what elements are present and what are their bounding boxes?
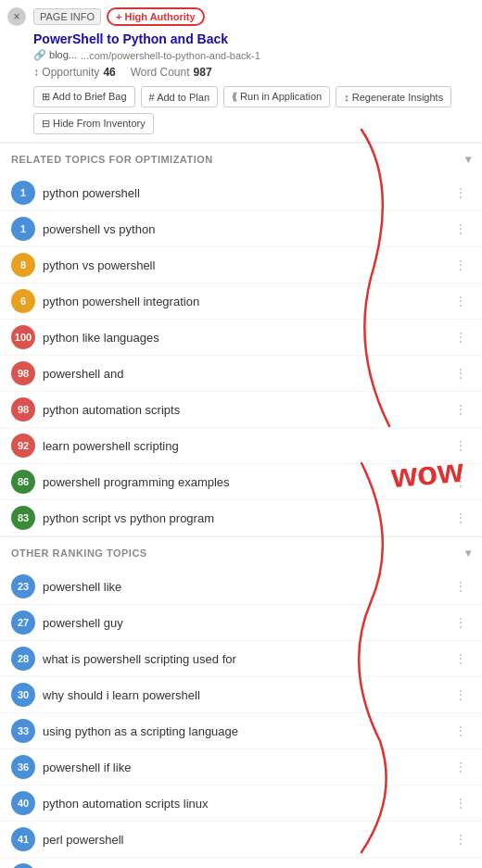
hide-row: ⊟ Hide From Inventory xyxy=(33,113,471,134)
score-badge: 40 xyxy=(11,791,35,815)
topic-menu-icon[interactable]: ⋮ xyxy=(450,183,471,202)
topic-menu-icon[interactable]: ⋮ xyxy=(450,436,471,455)
list-item: 98powershell and⋮ xyxy=(0,356,482,392)
topic-text: powershell programming examples xyxy=(43,475,443,489)
page-header: PAGE INFO + High Authority PowerShell to… xyxy=(0,0,482,143)
topic-text: python like languages xyxy=(43,331,443,345)
topic-text: python powershell xyxy=(43,186,443,200)
related-topics-label: RELATED TOPICS FOR OPTIMIZATION xyxy=(11,154,213,165)
score-badge: 27 xyxy=(11,610,35,635)
topic-menu-icon[interactable]: ⋮ xyxy=(450,256,471,274)
topic-text: python automation scripts linux xyxy=(43,797,443,811)
score-badge: 98 xyxy=(11,397,35,421)
word-count-value: 987 xyxy=(194,66,212,79)
list-item: 86powershell programming examples⋮ xyxy=(0,464,482,500)
topic-text: powershell if like xyxy=(43,761,443,774)
score-badge: 33 xyxy=(11,719,35,743)
word-count-label: Word Count xyxy=(131,66,190,79)
hide-inventory-button[interactable]: ⊟ Hide From Inventory xyxy=(33,113,154,134)
url-path: ...com/powershell-to-python-and-back-1 xyxy=(81,50,260,61)
related-topics-header: RELATED TOPICS FOR OPTIMIZATION ▾ xyxy=(0,143,482,175)
run-application-button[interactable]: ⟪ Run in Application xyxy=(223,86,330,107)
list-item: 33using python as a scripting language⋮ xyxy=(0,713,482,749)
topic-menu-icon[interactable]: ⋮ xyxy=(450,613,471,632)
page-title: PowerShell to Python and Back xyxy=(33,31,471,46)
score-badge: 6 xyxy=(11,289,35,313)
topic-text: python vs powershell xyxy=(43,258,443,272)
topic-menu-icon[interactable]: ⋮ xyxy=(450,649,471,668)
list-item: 1python powershell⋮ xyxy=(0,175,482,211)
topic-menu-icon[interactable]: ⋮ xyxy=(450,292,471,310)
add-brief-button[interactable]: ⊞ Add to Brief Bag xyxy=(33,86,135,107)
topic-text: powershell vs python xyxy=(43,222,443,236)
topic-menu-icon[interactable]: ⋮ xyxy=(450,794,471,812)
other-ranking-label: OTHER RANKING TOPICS xyxy=(11,547,147,559)
score-badge: 92 xyxy=(11,434,35,458)
related-topics-chevron[interactable]: ▾ xyxy=(465,153,472,166)
list-item: 92learn powershell scripting⋮ xyxy=(0,428,482,464)
topic-menu-icon[interactable]: ⋮ xyxy=(450,830,471,849)
score-badge: 100 xyxy=(11,325,35,349)
topic-menu-icon[interactable]: ⋮ xyxy=(450,472,471,491)
close-button[interactable]: × xyxy=(7,7,26,26)
topic-text: perl powershell xyxy=(43,833,443,847)
topic-menu-icon[interactable]: ⋮ xyxy=(450,686,471,704)
topic-text: learn powershell scripting xyxy=(43,439,443,453)
actions-row: ⊞ Add to Brief Bag # Add to Plan ⟪ Run i… xyxy=(33,86,471,107)
list-item: 28what is powershell scripting used for⋮ xyxy=(0,641,482,677)
topic-menu-icon[interactable]: ⋮ xyxy=(450,722,471,740)
url-label: 🔗 blog... xyxy=(33,49,77,61)
topic-menu-icon[interactable]: ⋮ xyxy=(450,400,471,419)
topic-menu-icon[interactable]: ⋮ xyxy=(450,364,471,383)
score-badge: 1 xyxy=(11,181,35,205)
topic-menu-icon[interactable]: ⋮ xyxy=(450,220,471,238)
list-item: 47learn to write powershell scripts⋮ xyxy=(0,858,482,868)
other-ranking-header: OTHER RANKING TOPICS ▾ xyxy=(0,536,482,569)
score-badge: 41 xyxy=(11,827,35,851)
topic-text: using python as a scripting language xyxy=(43,724,443,738)
opportunity-label: ↕ Opportunity xyxy=(33,66,99,79)
score-badge: 8 xyxy=(11,253,35,277)
regenerate-insights-button[interactable]: ↕ Regenerate Insights xyxy=(336,86,451,107)
list-item: 100python like languages⋮ xyxy=(0,320,482,356)
score-badge: 36 xyxy=(11,755,35,779)
topic-text: powershell like xyxy=(43,580,443,594)
high-authority-tag[interactable]: + High Authority xyxy=(107,7,204,26)
page-info-tag: PAGE INFO xyxy=(33,8,101,25)
list-item: 40python automation scripts linux⋮ xyxy=(0,786,482,822)
score-badge: 23 xyxy=(11,574,35,598)
topic-menu-icon[interactable]: ⋮ xyxy=(450,328,471,346)
other-ranking-chevron[interactable]: ▾ xyxy=(465,547,472,560)
add-plan-button[interactable]: # Add to Plan xyxy=(141,86,218,107)
score-badge: 98 xyxy=(11,361,35,385)
list-item: 23powershell like⋮ xyxy=(0,569,482,605)
list-item: 36powershell if like⋮ xyxy=(0,749,482,786)
related-topics-list: 1python powershell⋮1powershell vs python… xyxy=(0,175,482,536)
topic-menu-icon[interactable]: ⋮ xyxy=(450,758,471,776)
score-badge: 83 xyxy=(11,506,35,530)
topic-text: why should i learn powershell xyxy=(43,688,443,702)
list-item: 27powershell guy⋮ xyxy=(0,605,482,641)
score-badge: 28 xyxy=(11,647,35,671)
topic-text: what is powershell scripting used for xyxy=(43,652,443,666)
tags-row: PAGE INFO + High Authority xyxy=(33,7,471,26)
score-badge: 86 xyxy=(11,470,35,494)
opportunity-value: 46 xyxy=(103,66,115,79)
topic-text: python automation scripts xyxy=(43,403,443,417)
score-badge: 30 xyxy=(11,683,35,707)
score-badge: 47 xyxy=(11,863,35,868)
list-item: 41perl powershell⋮ xyxy=(0,822,482,858)
topic-text: powershell guy xyxy=(43,616,443,630)
list-item: 30why should i learn powershell⋮ xyxy=(0,677,482,713)
list-item: 1powershell vs python⋮ xyxy=(0,211,482,247)
topic-menu-icon[interactable]: ⋮ xyxy=(450,577,471,596)
score-badge: 1 xyxy=(11,217,35,241)
topic-text: powershell and xyxy=(43,367,443,381)
list-item: 98python automation scripts⋮ xyxy=(0,392,482,428)
list-item: 83python script vs python program⋮ xyxy=(0,500,482,536)
topic-menu-icon[interactable]: ⋮ xyxy=(450,509,471,527)
metrics-row: ↕ Opportunity 46 Word Count 987 xyxy=(33,66,471,79)
word-count-metric: Word Count 987 xyxy=(131,66,212,79)
topic-text: python script vs python program xyxy=(43,511,443,525)
topic-text: python powershell integration xyxy=(43,295,443,308)
